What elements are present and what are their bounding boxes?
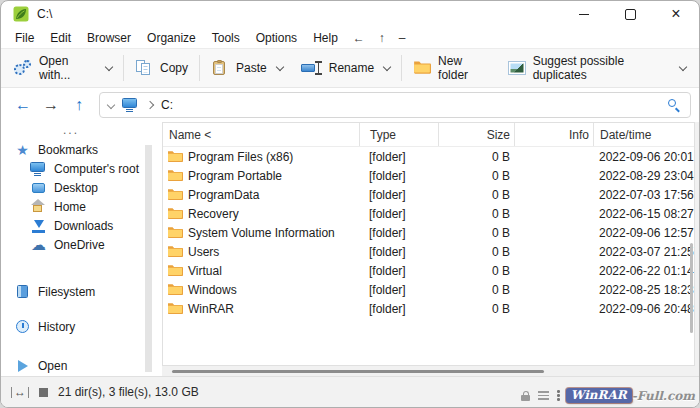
lock-icon[interactable]	[521, 391, 530, 401]
table-row[interactable]: Windows [folder] 0 B 2022-08-25 18:23:52	[163, 280, 694, 299]
table-row[interactable]: Program Files (x86) [folder] 0 B 2022-09…	[163, 147, 694, 166]
cloud-icon	[30, 237, 47, 253]
file-size: 0 B	[438, 226, 514, 240]
sidebar-item-home[interactable]: Home	[1, 197, 162, 216]
file-size: 0 B	[438, 207, 514, 221]
vertical-scrollbar[interactable]	[690, 243, 693, 333]
maximize-button[interactable]	[607, 1, 653, 27]
file-datetime: 2022-08-29 23:04:48	[593, 169, 694, 183]
file-datetime: 2022-08-25 18:23:52	[593, 283, 694, 297]
suggest-duplicates-button[interactable]: Suggest possible duplicates	[499, 53, 695, 83]
monitor-icon[interactable]	[122, 98, 139, 112]
file-datetime: 2022-09-06 20:01:02	[593, 150, 694, 164]
menu-item-options[interactable]: Options	[248, 29, 305, 47]
column-header-type[interactable]: Type	[359, 123, 438, 146]
app-window: C:\ × File Edit Browser Organize Tools O…	[0, 0, 700, 408]
up-button[interactable]	[65, 96, 93, 114]
file-type: [folder]	[359, 245, 438, 259]
breadcrumb-location[interactable]: C:	[161, 98, 173, 112]
kebab-menu-icon[interactable]	[557, 390, 560, 393]
file-type: [folder]	[359, 169, 438, 183]
file-datetime: 2022-06-22 01:14:46	[593, 264, 694, 278]
menu-up-arrow-icon[interactable]: ↑	[372, 29, 392, 47]
back-button[interactable]	[9, 96, 37, 114]
open-with-label: Open with...	[39, 54, 96, 82]
copy-button[interactable]: Copy	[126, 53, 197, 83]
sidebar-item-desktop[interactable]: Desktop	[1, 178, 162, 197]
home-icon	[30, 199, 47, 215]
sidebar-item-history[interactable]: History	[1, 317, 162, 336]
sidebar-item-bookmarks[interactable]: Bookmarks	[1, 140, 162, 159]
minimize-icon	[579, 14, 589, 15]
path-box[interactable]: C:	[99, 92, 691, 118]
column-header-info[interactable]: Info	[514, 123, 593, 146]
resize-handle-icon[interactable]	[11, 387, 29, 398]
sidebar-overflow-button[interactable]: ...	[1, 122, 141, 140]
watermark: WinRAR -Full.com	[566, 388, 695, 403]
watermark-brand: WinRAR	[566, 388, 632, 403]
menu-item-help[interactable]: Help	[305, 29, 346, 47]
close-icon: ×	[671, 6, 680, 22]
open-with-button[interactable]: Open with...	[5, 53, 121, 83]
sidebar-item-downloads[interactable]: Downloads	[1, 216, 162, 235]
minimize-button[interactable]	[561, 1, 607, 27]
menu-item-browser[interactable]: Browser	[79, 29, 139, 47]
file-name: Virtual	[188, 264, 222, 278]
file-type: [folder]	[359, 283, 438, 297]
rename-ibeam-icon	[301, 60, 322, 76]
table-row[interactable]: Program Portable [folder] 0 B 2022-08-29…	[163, 166, 694, 185]
sidebar-item-filesystem[interactable]: Filesystem	[1, 282, 162, 301]
column-header-name[interactable]: Name <	[163, 123, 359, 146]
sidebar-item-onedrive[interactable]: OneDrive	[1, 235, 162, 254]
toolbar-separator	[401, 55, 402, 81]
play-icon	[14, 358, 31, 374]
window-title: C:\	[37, 7, 52, 21]
table-row[interactable]: Users [folder] 0 B 2022-03-07 21:25:44	[163, 242, 694, 261]
forward-button[interactable]	[37, 96, 65, 114]
watermark-suffix: -Full.com	[632, 389, 695, 403]
sidebar-item-open[interactable]: Open	[1, 356, 162, 375]
menu-item-edit[interactable]: Edit	[42, 29, 79, 47]
status-right-icons: WinRAR -Full.com	[513, 388, 695, 403]
chevron-down-icon[interactable]	[107, 101, 115, 109]
menu-back-arrow-icon[interactable]: ←	[346, 29, 372, 47]
table-header: Name < Type Size Info Date/time	[163, 123, 694, 147]
table-row[interactable]: ProgramData [folder] 0 B 2022-07-03 17:5…	[163, 185, 694, 204]
sidebar-scrollbar[interactable]	[145, 145, 152, 372]
status-bar: 21 dir(s), 3 file(s), 13.0 GB WinRAR -Fu…	[1, 376, 699, 407]
horizontal-scrollbar[interactable]	[162, 366, 695, 376]
menu-item-file[interactable]: File	[7, 29, 42, 47]
table-row[interactable]: System Volume Information [folder] 0 B 2…	[163, 223, 694, 242]
close-button[interactable]: ×	[653, 1, 699, 27]
star-icon	[14, 142, 31, 158]
horizontal-scrollbar-thumb[interactable]	[172, 370, 544, 373]
column-header-size[interactable]: Size	[438, 123, 514, 146]
search-icon[interactable]	[667, 98, 682, 113]
column-header-datetime[interactable]: Date/time	[593, 123, 694, 146]
rename-button[interactable]: Rename	[292, 53, 399, 83]
paste-button[interactable]: Paste	[202, 53, 292, 83]
file-type: [folder]	[359, 226, 438, 240]
copy-label: Copy	[160, 61, 188, 75]
file-name: Program Portable	[188, 169, 282, 183]
table-row[interactable]: Virtual [folder] 0 B 2022-06-22 01:14:46	[163, 261, 694, 280]
table-row[interactable]: WinRAR [folder] 0 B 2022-09-06 20:48:16	[163, 299, 694, 318]
picture-icon	[508, 61, 526, 75]
table-row[interactable]: Recovery [folder] 0 B 2022-06-15 08:27:0…	[163, 204, 694, 223]
menu-dash-icon[interactable]: –	[392, 29, 413, 47]
menu-item-tools[interactable]: Tools	[204, 29, 248, 47]
new-folder-button[interactable]: New folder	[404, 53, 499, 83]
folder-icon	[413, 60, 431, 76]
download-icon	[30, 218, 47, 234]
file-list-panel: Name < Type Size Info Date/time Program …	[162, 122, 695, 366]
file-datetime: 2022-06-15 08:27:06	[593, 207, 694, 221]
menu-item-organize[interactable]: Organize	[139, 29, 204, 47]
status-summary: 21 dir(s), 3 file(s), 13.0 GB	[58, 385, 199, 399]
chevron-down-icon	[383, 62, 391, 70]
list-icon[interactable]	[538, 391, 549, 400]
sidebar-item-computers-root[interactable]: Computer's root	[1, 159, 162, 178]
sidebar-item-label: Downloads	[54, 219, 113, 233]
folder-icon	[167, 264, 183, 277]
sidebar-item-label: Bookmarks	[38, 143, 98, 157]
square-indicator-icon[interactable]	[39, 388, 48, 397]
